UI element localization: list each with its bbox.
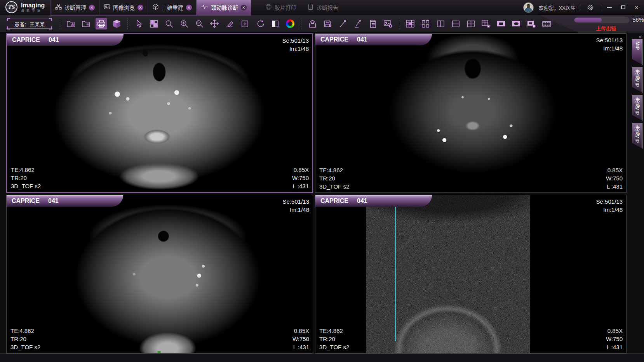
device-name: CAPRICE	[12, 36, 40, 43]
rail-tab-unselected-mip-3[interactable]: 未选MIP	[632, 123, 642, 149]
split-horizontal-icon[interactable]	[450, 18, 461, 29]
device-name: CAPRICE	[320, 36, 348, 43]
minimize-button[interactable]	[605, 3, 614, 12]
viewport-panel-2[interactable]: CAPRICE 041 Se:501/13Im:1/48 TE:4.862TR:…	[315, 33, 627, 193]
patient-label: 患者：王某某	[14, 20, 45, 28]
image-export-icon[interactable]	[382, 18, 394, 29]
tab-label: 诊断管理	[64, 3, 86, 11]
shutter-ellipse-icon[interactable]	[510, 18, 522, 29]
close-tab-icon[interactable]: ✕	[241, 5, 247, 10]
acquisition-info: TE:4.862TR:203D_TOF s2	[319, 327, 349, 351]
display-info: 0.85XW:750L :431	[606, 166, 623, 191]
close-button[interactable]: ×	[632, 3, 641, 12]
upload-progress-bar	[574, 17, 629, 23]
divider	[301, 18, 301, 29]
divider	[399, 18, 399, 29]
brand-subtitle: 清影华康	[21, 9, 45, 13]
mri-image	[372, 34, 574, 192]
add-study-folder-icon[interactable]	[80, 18, 92, 29]
probe-line-icon[interactable]	[352, 18, 364, 29]
image-icon	[104, 3, 110, 11]
tab-label: 胶片打印	[275, 3, 296, 11]
rail-tab-unselected-mip-1[interactable]: 未选MIP	[632, 67, 642, 93]
report-doc-icon[interactable]	[367, 18, 379, 29]
logo-monogram-icon: TS	[5, 1, 17, 13]
viewport-panel-1[interactable]: CAPRICE 041 Se:501/13Im:1/48 TE:4.862TR:…	[6, 33, 313, 193]
study-number: 041	[48, 197, 59, 204]
zoom-2x-icon[interactable]: x2	[193, 18, 205, 29]
upload-progress-fill	[574, 18, 602, 22]
window-level-icon[interactable]	[269, 18, 281, 29]
open-study-folder-icon[interactable]	[65, 18, 77, 29]
collapse-rail-icon[interactable]: «	[639, 33, 641, 40]
rail-tab-unselected-mip-2[interactable]: 未选MIP	[632, 95, 642, 121]
maximize-button[interactable]	[619, 3, 627, 12]
shutter-rect-icon[interactable]	[495, 18, 507, 29]
layout-grid-icon[interactable]	[404, 18, 416, 29]
divider	[581, 4, 581, 10]
tab-diagnosis-report: 诊断报告	[302, 0, 344, 15]
tab-label: 颈动脉诊断	[211, 3, 238, 11]
measure-icon[interactable]	[224, 18, 235, 29]
series-tag: CAPRICE 041	[315, 34, 432, 45]
layout-2x2-icon[interactable]	[465, 18, 477, 29]
device-name: CAPRICE	[12, 197, 40, 204]
tab-film-print: 胶片打印	[260, 0, 302, 15]
divider	[60, 18, 60, 29]
export-icon[interactable]	[306, 18, 318, 29]
mip-image	[366, 195, 530, 353]
rail-tab-mip[interactable]: MIP	[632, 39, 642, 65]
series-tag: CAPRICE 041	[315, 195, 432, 207]
layout-remove-icon[interactable]	[480, 18, 492, 29]
probe-icon[interactable]	[337, 18, 348, 29]
series-tag: CAPRICE 041	[7, 195, 123, 207]
magnify-icon[interactable]	[163, 18, 175, 29]
mri-image	[43, 34, 276, 192]
cursor-icon[interactable]	[133, 18, 144, 29]
acquisition-info: TE:4.862TR:203D_TOF s2	[319, 166, 349, 191]
divider	[600, 4, 600, 10]
tab-label: 诊断报告	[317, 3, 338, 11]
tab-carotid-diagnosis[interactable]: 颈动脉诊断 ✕	[197, 0, 251, 15]
tab-3d-reconstruction[interactable]: 三维重建 ✕	[148, 0, 197, 15]
tab-image-browse[interactable]: 图像浏览 ✕	[99, 0, 148, 15]
viewport-panel-4[interactable]: CAPRICE 041 Se:501/13Im:1/48 TE:4.862TR:…	[315, 195, 627, 353]
mip-anatomy-highlight	[366, 195, 530, 353]
film-print-icon[interactable]	[96, 18, 107, 29]
study-number: 041	[49, 36, 59, 43]
layout-tiles-icon[interactable]	[148, 18, 160, 29]
study-number: 041	[357, 36, 367, 43]
close-tab-icon[interactable]: ✕	[138, 5, 143, 10]
shutter-remove-icon[interactable]	[526, 18, 537, 29]
mri-image	[65, 195, 275, 353]
viewport-panel-3[interactable]: CAPRICE 041 Se:501/13Im:1/48 TE:4.862TR:…	[6, 195, 313, 353]
tab-label: 图像浏览	[113, 3, 135, 11]
acquisition-info: TE:4.862TR:203D_TOF s2	[10, 327, 40, 351]
orientation-marker	[157, 351, 161, 353]
volume-3d-icon[interactable]	[111, 18, 122, 29]
save-icon[interactable]	[322, 18, 333, 29]
patient-field[interactable]: 患者：王某某	[8, 19, 51, 29]
close-tab-icon[interactable]: ✕	[89, 5, 95, 10]
user-avatar[interactable]	[523, 2, 534, 13]
sitemap-icon	[55, 3, 62, 11]
bottom-strip	[0, 353, 644, 362]
tab-diagnosis-management[interactable]: 诊断管理 ✕	[51, 0, 99, 15]
brand-name: Imaging	[21, 2, 45, 9]
printer-icon	[265, 3, 272, 11]
zoom-in-icon[interactable]	[178, 18, 190, 29]
rotate-3d-icon[interactable]	[254, 18, 266, 29]
pseudo-color-icon[interactable]	[284, 18, 296, 29]
series-image-info: Se:501/13Im:1/48	[283, 197, 309, 214]
upload-error-text: 上传出错	[596, 24, 616, 32]
annotation-frame-icon[interactable]	[239, 18, 251, 29]
series-tag: CAPRICE 041	[7, 34, 124, 46]
split-vertical-icon[interactable]	[435, 18, 446, 29]
title-bar: TS Imaging 清影华康 诊断管理 ✕ 图像浏览 ✕	[0, 0, 644, 15]
close-tab-icon[interactable]: ✕	[186, 5, 192, 10]
pan-icon[interactable]	[209, 18, 220, 29]
waveform-icon	[201, 3, 208, 11]
layout-blocks-icon[interactable]	[419, 18, 431, 29]
settings-gear-icon[interactable]	[586, 3, 595, 12]
reference-line[interactable]	[395, 196, 396, 341]
